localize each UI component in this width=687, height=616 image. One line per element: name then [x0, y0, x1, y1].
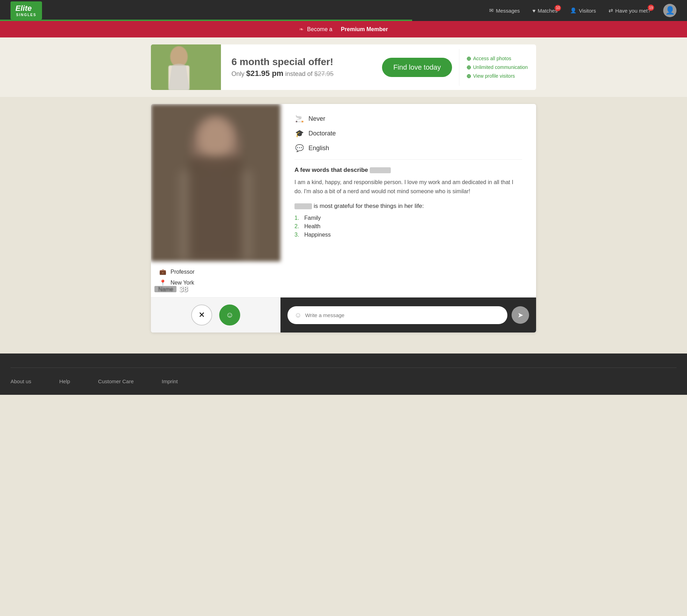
have-you-met-label: Have you met?: [615, 8, 651, 14]
plus-icon: ⊕: [466, 55, 471, 62]
grateful-list-item: 3. Happiness: [294, 231, 522, 239]
progress-bar-fill: [0, 20, 412, 21]
promo-text: 6 month special offer! Only $21.95 pm in…: [221, 49, 375, 85]
like-button[interactable]: ☺: [219, 304, 240, 326]
svg-point-6: [198, 118, 233, 160]
footer-imprint-link[interactable]: Imprint: [162, 378, 178, 384]
grateful-list-item: 2. Health: [294, 222, 522, 231]
message-col: ☺ ➤: [280, 298, 536, 332]
occupation-label: Professor: [171, 269, 194, 275]
language-icon: 💬: [294, 144, 304, 152]
promo-title: 6 month special offer!: [231, 56, 365, 68]
premium-text-bold: Premium Member: [341, 26, 388, 33]
name-blurred-1: [370, 167, 391, 173]
plus-icon: ⊕: [466, 64, 471, 71]
footer-customer-care-link[interactable]: Customer Care: [98, 378, 134, 384]
message-input-wrapper: ☺: [287, 306, 507, 324]
action-col: ✕ ☺: [151, 298, 280, 332]
person-icon: 👤: [570, 7, 577, 14]
promo-feature-item: ⊕ View profile visitors: [466, 72, 529, 80]
promo-price-text: Only: [231, 70, 244, 77]
profile-top: Name 38 💼 Professor 📍 New York: [151, 104, 536, 297]
matches-badge: 10: [555, 5, 561, 11]
smoking-row: 🚬 Never: [294, 114, 522, 123]
logo-sub: SINGLES: [15, 13, 37, 17]
footer: About us Help Customer Care Imprint: [0, 354, 687, 395]
promo-person: [151, 44, 221, 90]
describe-title: A few words that describe: [294, 167, 522, 174]
promo-features-list: ⊕ Access all photos⊕ Unlimited communica…: [459, 49, 536, 86]
grateful-title: is most grateful for these things in her…: [294, 203, 522, 210]
promo-cta-button[interactable]: Find love today: [382, 58, 452, 77]
education-label: Doctorate: [308, 130, 336, 137]
message-text-input[interactable]: [305, 312, 500, 318]
logo[interactable]: Elite SINGLES: [11, 1, 42, 19]
promo-card: 6 month special offer! Only $21.95 pm in…: [151, 44, 536, 90]
visitors-label: Visitors: [579, 8, 596, 14]
promo-price-old: $27.95: [314, 70, 334, 77]
avatar-icon: 👤: [665, 6, 675, 15]
envelope-icon: ✉: [489, 7, 494, 14]
job-info-row: 💼 Professor: [159, 268, 272, 275]
profile-name-blurred: Name: [154, 286, 176, 292]
messages-label: Messages: [496, 8, 520, 14]
footer-help-link[interactable]: Help: [59, 378, 70, 384]
heart-icon: ♥: [533, 8, 536, 14]
promo-image: [151, 44, 221, 90]
grateful-number: 3.: [294, 232, 301, 238]
briefcase-icon: 💼: [159, 268, 166, 275]
profile-info-col: 🚬 Never 🎓 Doctorate 💬 English A few word…: [280, 104, 536, 297]
promo-price-instead: instead of: [285, 70, 312, 77]
education-icon: 🎓: [294, 129, 304, 138]
premium-flower-icon: ❧: [299, 26, 304, 33]
language-row: 💬 English: [294, 144, 522, 152]
promo-feature-item: ⊕ Unlimited communication: [466, 63, 529, 72]
profile-photo-overlay: Name 38: [154, 285, 188, 294]
promo-section: 6 month special offer! Only $21.95 pm in…: [0, 37, 687, 97]
have-you-met-badge: 19: [648, 5, 654, 11]
grateful-number: 2.: [294, 223, 301, 230]
grateful-number: 1.: [294, 215, 301, 221]
profile-photo: [151, 104, 280, 261]
promo-price-value: $21.95 pm: [246, 69, 283, 78]
footer-links: About us Help Customer Care Imprint: [11, 378, 676, 384]
shuffle-icon: ⇄: [609, 7, 613, 14]
premium-banner[interactable]: ❧ Become a Premium Member: [0, 21, 687, 37]
svg-rect-7: [189, 156, 242, 261]
have-you-met-nav[interactable]: ⇄ Have you met? 19: [609, 7, 651, 14]
matches-nav[interactable]: ♥ Matches 10: [533, 8, 558, 14]
name-blurred-2: [294, 203, 312, 209]
promo-price: Only $21.95 pm instead of $27.95: [231, 69, 365, 78]
main-content: Name 38 💼 Professor 📍 New York: [0, 97, 687, 340]
premium-text-normal: Become a: [307, 26, 332, 33]
messages-nav[interactable]: ✉ Messages: [489, 7, 520, 14]
profile-description: I am a kind, happy, and responsible pers…: [294, 178, 522, 196]
language-label: English: [308, 145, 329, 152]
header-nav: ✉ Messages ♥ Matches 10 👤 Visitors ⇄ Hav…: [489, 4, 676, 17]
footer-about-link[interactable]: About us: [11, 378, 31, 384]
education-row: 🎓 Doctorate: [294, 129, 522, 138]
profile-age: 38: [179, 285, 188, 294]
promo-feature-item: ⊕ Access all photos: [466, 54, 529, 63]
message-smiley-icon: ☺: [294, 311, 301, 319]
footer-divider: [11, 368, 676, 368]
grateful-list-item: 1. Family: [294, 214, 522, 222]
logo-text: Elite: [15, 4, 32, 13]
header: Elite SINGLES ✉ Messages ♥ Matches 10 👤 …: [0, 0, 687, 21]
divider: [294, 159, 522, 160]
profile-photo-col: Name 38 💼 Professor 📍 New York: [151, 104, 280, 297]
send-icon: ➤: [518, 311, 523, 319]
smoking-icon: 🚬: [294, 114, 304, 123]
progress-bar-wrap: [0, 20, 687, 21]
avatar[interactable]: 👤: [663, 4, 676, 17]
dislike-button[interactable]: ✕: [191, 304, 212, 326]
send-button[interactable]: ➤: [512, 306, 529, 324]
smoking-label: Never: [308, 115, 325, 122]
profile-bottom: ✕ ☺ ☺ ➤: [151, 297, 536, 332]
profile-card: Name 38 💼 Professor 📍 New York: [151, 104, 536, 332]
visitors-nav[interactable]: 👤 Visitors: [570, 7, 596, 14]
grateful-list: 1. Family2. Health3. Happiness: [294, 214, 522, 239]
plus-icon: ⊕: [466, 73, 471, 79]
